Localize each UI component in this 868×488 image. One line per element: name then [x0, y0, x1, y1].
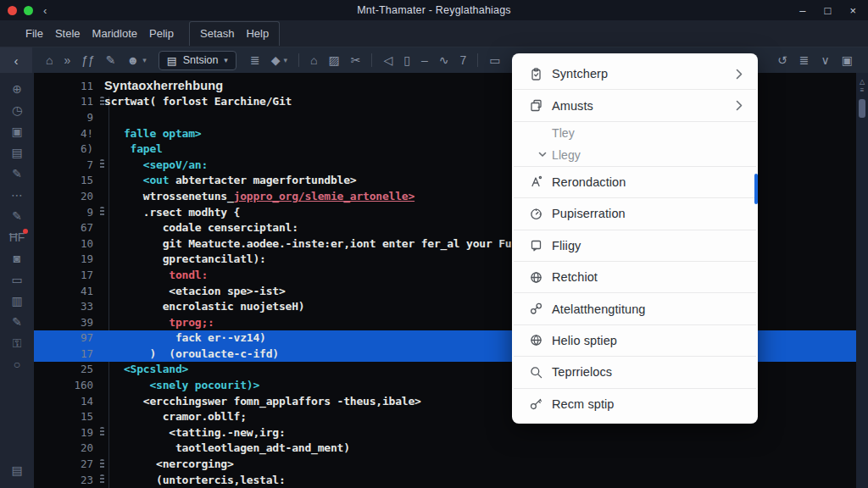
menu-item-llegy[interactable]: Llegy — [512, 144, 758, 166]
pencil-icon[interactable]: ✎ — [106, 54, 116, 66]
code-text: <sepoV/an: — [104, 158, 208, 171]
menu-stele[interactable]: Stele — [55, 27, 81, 40]
menu-item-teprrielocs[interactable]: Teprrielocs — [512, 357, 758, 387]
menu-scroll-indicator — [754, 174, 758, 204]
menu-help[interactable]: Help — [246, 27, 269, 40]
line-number: 19 — [34, 426, 97, 439]
chevron-down-icon: ▾ — [283, 56, 287, 64]
close-traffic-light[interactable] — [8, 6, 17, 15]
back-icon[interactable]: ‹ — [43, 5, 47, 16]
chevron-down-icon: ▾ — [142, 56, 147, 64]
seven-icon[interactable]: 7 — [459, 54, 466, 66]
book-icon[interactable]: ▤ — [11, 147, 22, 158]
code-line[interactable]: 27 <nercorging> — [34, 456, 856, 472]
code-line[interactable]: 23 (untortercis,lestal: — [34, 472, 856, 488]
code-line[interactable]: 19 <tatting.-new,irg: — [34, 424, 856, 441]
menu-setash[interactable]: Setash — [200, 27, 234, 40]
menu-item-helio-sptiep[interactable]: Helio sptiep — [512, 325, 758, 356]
menu-item-recm-sptip[interactable]: Recm sptip — [512, 389, 758, 419]
menu-item-label: Teprrielocs — [552, 365, 612, 379]
line-number: 4! — [34, 127, 97, 140]
clipboard-icon[interactable]: ▤ — [11, 464, 22, 476]
menu-file[interactable]: File — [25, 27, 43, 40]
close-button[interactable]: × — [849, 4, 856, 17]
pen-icon[interactable]: ✎ — [12, 168, 22, 180]
line-number: 15 — [34, 410, 97, 423]
undo-icon[interactable]: ↺ — [777, 54, 787, 66]
menu-pelip[interactable]: Pelip — [149, 27, 174, 40]
code-text: codale censerciptanl: — [104, 221, 298, 234]
code-text: cramor.obllf; — [104, 410, 247, 423]
line-number: 20 — [34, 441, 97, 454]
minimize-traffic-light[interactable] — [24, 6, 33, 15]
menu-item-pupiserration[interactable]: Pupiserration — [512, 198, 758, 229]
minimize-button[interactable]: – — [799, 4, 805, 17]
line-number: 41 — [34, 285, 97, 297]
pen3-icon[interactable]: ✎ — [12, 316, 22, 328]
maximize-button[interactable]: □ — [825, 4, 832, 17]
line-number: 14 — [34, 395, 97, 408]
frame-icon[interactable]: ▭ — [489, 54, 500, 66]
image-icon[interactable]: ▨ — [328, 54, 339, 66]
chevron-right-icon — [736, 100, 743, 111]
scrollbar-thumb[interactable] — [859, 99, 865, 118]
wave-icon[interactable]: ∿ — [439, 54, 449, 66]
code-text: abtertacter magerfortundble> — [175, 174, 357, 186]
chevron-left-icon[interactable]: ‹ — [0, 47, 32, 73]
menu-item-atelatthengtitung[interactable]: Atelatthengtitung — [512, 293, 758, 324]
blob-icon[interactable]: ◙ — [14, 252, 20, 264]
code-text: encrolastic nuojetseH) — [104, 300, 304, 313]
ellipsis-icon[interactable]: ⋯ — [11, 189, 23, 201]
menu-item-syntcherp[interactable]: Syntcherp — [512, 58, 758, 89]
play-icon[interactable]: ◁ — [383, 54, 392, 66]
globe-icon[interactable]: ⊕ — [12, 83, 22, 95]
italic-icon[interactable]: ƒƒ — [81, 54, 95, 66]
globe2-icon — [529, 333, 543, 347]
menu-item-retchiot[interactable]: Retchiot — [512, 262, 758, 292]
menu-item-tley[interactable]: Tley — [512, 122, 758, 144]
key-icon[interactable]: ⚿ — [13, 337, 22, 349]
menu-item-amusts[interactable]: Amusts — [512, 90, 758, 120]
diamond-icon[interactable]: ◆ — [271, 54, 281, 66]
line-number: 19 — [34, 252, 97, 265]
menu-item-label: Amusts — [552, 99, 593, 113]
line-number: 6) — [34, 142, 97, 155]
lines-icon[interactable]: ≣ — [799, 54, 810, 66]
line-number: 23 — [34, 474, 97, 486]
session-dropdown[interactable]: ▤ Sntsion ▾ — [159, 51, 236, 70]
code-text: <snely pocourit)> — [104, 379, 259, 391]
code-text: <ercchingswer fomn_applaffors -theus,iba… — [104, 395, 421, 408]
clock-icon[interactable]: ◷ — [12, 104, 22, 116]
list-icon[interactable]: ≣ — [250, 54, 260, 66]
chart-icon[interactable]: ▥ — [11, 295, 22, 307]
chevron-down-icon: ▾ — [224, 56, 228, 64]
home-icon[interactable]: ⌂ — [46, 54, 53, 66]
pages-icon[interactable]: ▯ — [403, 54, 410, 66]
line-number: 160 — [34, 379, 97, 391]
user-icon[interactable]: ☻ — [127, 54, 140, 66]
menu-item-label: Fliigy — [552, 239, 581, 252]
caret-down-icon[interactable]: ∨ — [821, 54, 830, 66]
line-number: 39 — [34, 316, 97, 329]
menu-item-rerondaction[interactable]: Rerondaction — [512, 167, 758, 197]
menu-item-label: Retchiot — [552, 270, 598, 284]
code-line[interactable]: 20 taotleotlagen_adt-and_ment) — [34, 441, 856, 457]
extensions-icon[interactable]: ĦF — [9, 231, 25, 243]
forward-icon[interactable]: » — [64, 54, 70, 66]
circle-icon[interactable]: ○ — [14, 358, 20, 370]
line-number: 17 — [34, 347, 97, 360]
context-menu: SyntcherpAmustsTleyLlegyRerondactionPupi… — [512, 53, 758, 424]
menu-item-fliigy[interactable]: Fliigy — [512, 230, 758, 261]
key-icon — [529, 396, 543, 411]
panel-icon[interactable]: ▣ — [842, 54, 853, 66]
pen2-icon[interactable]: ✎ — [12, 210, 22, 222]
title-bar: ‹ Mnt-Thamater - Reyglathahiags – □ × — [0, 0, 868, 20]
minus-icon[interactable]: – — [421, 54, 428, 66]
menu-item-label: Helio sptiep — [552, 334, 617, 347]
editor-scrollbar[interactable]: △ ≡ — [856, 73, 868, 488]
home2-icon[interactable]: ⌂ — [310, 54, 317, 66]
scissors-icon[interactable]: ✂ — [351, 54, 361, 66]
comment-icon[interactable]: ▭ — [11, 274, 22, 286]
image-icon[interactable]: ▣ — [11, 125, 22, 137]
menu-maridlote[interactable]: Maridlote — [92, 27, 137, 40]
